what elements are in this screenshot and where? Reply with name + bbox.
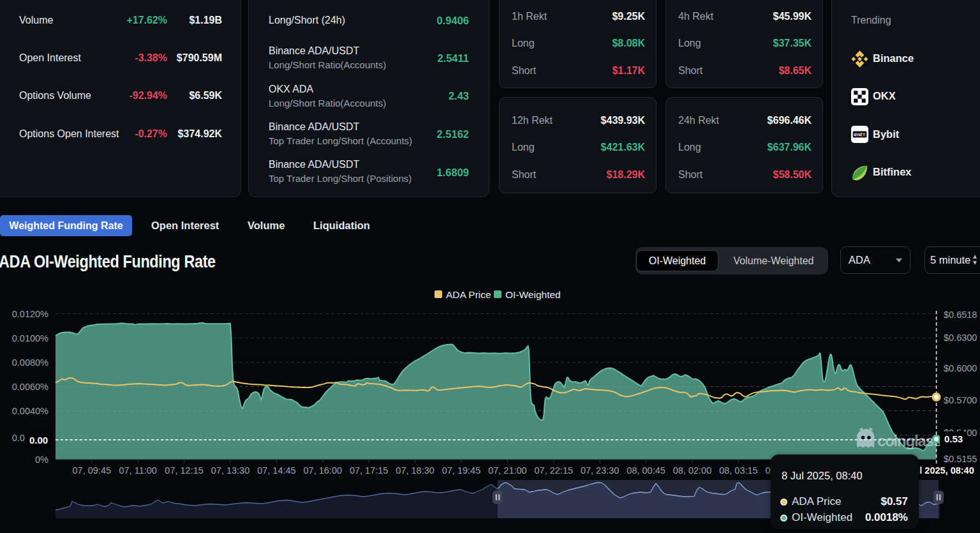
svg-text:coinglass: coinglass bbox=[877, 432, 942, 449]
